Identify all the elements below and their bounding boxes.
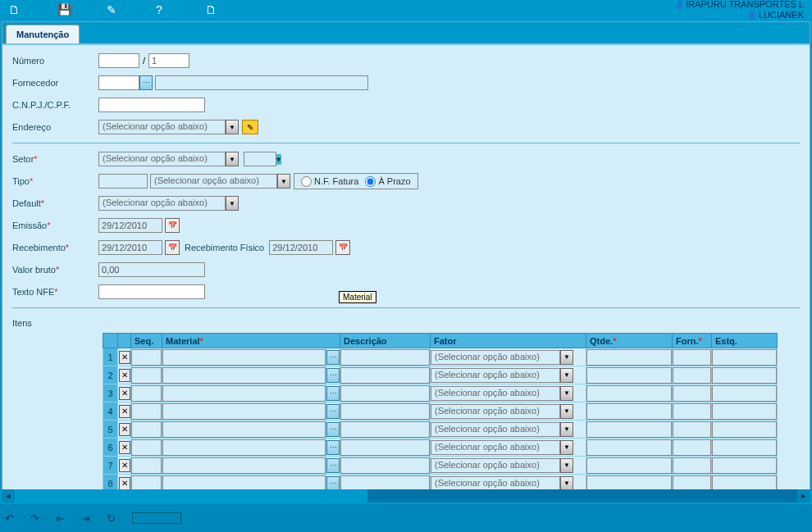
qtde-input[interactable]: [586, 367, 672, 384]
forn-input[interactable]: [673, 403, 711, 420]
material-input[interactable]: [162, 367, 326, 384]
dropdown-arrow-icon[interactable]: ▼: [226, 152, 239, 166]
setor-extra-input[interactable]: [244, 152, 276, 166]
calendar-icon[interactable]: 📅: [335, 240, 350, 255]
material-input[interactable]: [162, 421, 326, 438]
seq-input[interactable]: [131, 421, 162, 438]
descricao-input[interactable]: [340, 457, 430, 474]
estq-input[interactable]: [712, 385, 777, 402]
horizontal-scrollbar[interactable]: ◄ ►: [2, 489, 810, 502]
estq-input[interactable]: [712, 403, 777, 420]
exit-icon[interactable]: 🗋: [205, 3, 254, 16]
calendar-icon[interactable]: 📅: [165, 218, 180, 233]
material-lookup-button[interactable]: ⋯: [326, 422, 340, 437]
qtde-input[interactable]: [586, 349, 672, 366]
fator-select[interactable]: (Selecionar opção abaixo)▼: [431, 458, 573, 473]
material-input[interactable]: [162, 403, 326, 420]
seq-input[interactable]: [131, 403, 162, 420]
fator-select[interactable]: (Selecionar opção abaixo)▼: [431, 350, 573, 365]
descricao-input[interactable]: [340, 403, 430, 420]
descricao-input[interactable]: [340, 385, 430, 402]
numero-b-input[interactable]: [148, 53, 189, 68]
calendar-icon[interactable]: 📅: [165, 240, 180, 255]
material-lookup-button[interactable]: ⋯: [326, 350, 340, 365]
fornecedor-lookup-button[interactable]: ⋯: [139, 75, 153, 90]
fornecedor-code-input[interactable]: [98, 75, 139, 90]
material-lookup-button[interactable]: ⋯: [326, 440, 340, 455]
qtde-input[interactable]: [586, 439, 672, 456]
dropdown-arrow-icon[interactable]: ▼: [560, 458, 573, 473]
scroll-right-icon[interactable]: ►: [797, 489, 810, 502]
descricao-input[interactable]: [340, 421, 430, 438]
radio-nf-fatura[interactable]: N.F. Fatura: [301, 176, 358, 187]
undo-icon[interactable]: ↶: [5, 512, 14, 525]
delete-row-button[interactable]: ✕: [119, 459, 130, 472]
delete-row-button[interactable]: ✕: [119, 423, 130, 436]
texto-nfe-input[interactable]: [98, 284, 205, 299]
dropdown-arrow-icon[interactable]: ▼: [560, 386, 573, 401]
emissao-input[interactable]: [98, 218, 162, 233]
radio-a-prazo[interactable]: À Prazo: [365, 176, 410, 187]
qtde-input[interactable]: [586, 421, 672, 438]
estq-input[interactable]: [712, 367, 777, 384]
material-lookup-button[interactable]: ⋯: [326, 404, 340, 419]
fator-select[interactable]: (Selecionar opção abaixo)▼: [431, 368, 573, 383]
seq-input[interactable]: [131, 439, 162, 456]
dropdown-arrow-icon[interactable]: ▼: [560, 404, 573, 419]
default-select[interactable]: (Selecionar opção abaixo) ▼: [98, 196, 239, 211]
seq-input[interactable]: [131, 349, 162, 366]
delete-row-button[interactable]: ✕: [119, 477, 130, 490]
delete-row-button[interactable]: ✕: [119, 351, 130, 364]
material-input[interactable]: [162, 457, 326, 474]
qtde-input[interactable]: [586, 385, 672, 402]
material-lookup-button[interactable]: ⋯: [326, 368, 340, 383]
estq-input[interactable]: [712, 439, 777, 456]
material-input[interactable]: [162, 385, 326, 402]
help-icon[interactable]: ?: [156, 3, 205, 16]
save-icon[interactable]: 💾: [57, 3, 107, 16]
descricao-input[interactable]: [340, 439, 430, 456]
endereco-edit-button[interactable]: ✎: [242, 120, 258, 134]
seq-input[interactable]: [131, 367, 162, 384]
first-page-icon[interactable]: ⇤: [56, 512, 65, 525]
scroll-thumb[interactable]: [15, 489, 367, 502]
material-input[interactable]: [162, 439, 326, 456]
fator-select[interactable]: (Selecionar opção abaixo)▼: [431, 476, 573, 491]
delete-row-button[interactable]: ✕: [119, 369, 130, 382]
valor-bruto-input[interactable]: [98, 262, 205, 277]
edit-icon[interactable]: ✎: [107, 3, 156, 16]
pager-bar[interactable]: [132, 512, 181, 524]
fator-select[interactable]: (Selecionar opção abaixo)▼: [431, 422, 573, 437]
descricao-input[interactable]: [340, 367, 430, 384]
fator-select[interactable]: (Selecionar opção abaixo)▼: [431, 404, 573, 419]
forn-input[interactable]: [673, 439, 711, 456]
recebimento-input[interactable]: [98, 240, 162, 255]
qtde-input[interactable]: [586, 457, 672, 474]
material-lookup-button[interactable]: ⋯: [326, 458, 340, 473]
tipo-code-input[interactable]: [98, 174, 148, 189]
dropdown-arrow-icon[interactable]: ▼: [560, 440, 573, 455]
forn-input[interactable]: [673, 457, 711, 474]
last-page-icon[interactable]: ⇥: [81, 512, 90, 525]
delete-row-button[interactable]: ✕: [119, 441, 130, 454]
dropdown-arrow-icon[interactable]: ▼: [560, 368, 573, 383]
dropdown-arrow-icon[interactable]: ▼: [277, 174, 290, 189]
seq-input[interactable]: [131, 385, 162, 402]
qtde-input[interactable]: [586, 403, 672, 420]
forn-input[interactable]: [673, 385, 711, 402]
fornecedor-name-input[interactable]: [155, 75, 368, 90]
estq-input[interactable]: [712, 349, 777, 366]
numero-a-input[interactable]: [98, 53, 139, 68]
forn-input[interactable]: [673, 421, 711, 438]
setor-select[interactable]: (Selecionar opção abaixo) ▼: [98, 152, 239, 166]
forn-input[interactable]: [673, 367, 711, 384]
descricao-input[interactable]: [340, 349, 430, 366]
tab-manutencao[interactable]: Manutenção: [6, 25, 80, 43]
refresh-icon[interactable]: ↻: [107, 512, 116, 525]
material-lookup-button[interactable]: ⋯: [326, 386, 340, 401]
dropdown-arrow-icon[interactable]: ▼: [560, 476, 573, 491]
new-doc-icon[interactable]: 🗋: [8, 3, 57, 16]
dropdown-arrow-icon[interactable]: ▼: [226, 120, 239, 134]
material-lookup-button[interactable]: ⋯: [326, 476, 340, 491]
endereco-select[interactable]: (Selecionar opção abaixo) ▼: [98, 120, 239, 134]
